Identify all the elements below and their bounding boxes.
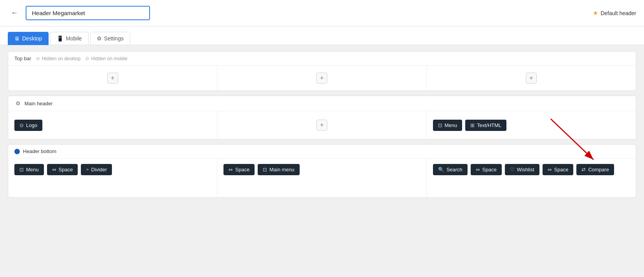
main-header-col-2: + (217, 111, 426, 139)
divider-label: Divider (91, 167, 107, 172)
header-bottom-col-3: 🔍 Search ⇔ Space ♡ Wishlist ⇔ Space ⇄ (427, 159, 636, 197)
compare-button[interactable]: ⇄ Compare (576, 164, 614, 175)
header-bottom-col-1: ⊡ Menu ⇔ Space ÷ Divider (8, 159, 217, 197)
top-bar-add-col2[interactable]: + (316, 73, 327, 84)
space-icon-2: ⇔ (229, 167, 233, 172)
view-tabs-bar: 🖥 Desktop 📱 Mobile ⚙ Settings (0, 26, 644, 45)
space-button-2[interactable]: ⇔ Space (223, 164, 255, 175)
top-bar-label: Top bar (14, 56, 31, 61)
default-header-label: Default header (600, 10, 636, 16)
top-bar-add-col1[interactable]: + (107, 73, 118, 84)
space-label-3: Space (482, 167, 497, 172)
tab-mobile[interactable]: 📱 Mobile (50, 32, 88, 45)
space-label-4: Space (554, 167, 569, 172)
main-menu-button[interactable]: ⊡ Main menu (258, 164, 299, 175)
top-bar-col-3: + (427, 66, 636, 91)
header-bottom-section: Header bottom ⊡ Menu ⇔ Space ÷ Divider (8, 144, 636, 198)
desktop-icon: 🖥 (14, 35, 20, 42)
hidden-desktop-icon: ⊘ (36, 56, 40, 61)
top-bar-col-2: + (217, 66, 426, 91)
header-bottom-dot (14, 149, 20, 154)
space-icon-4: ⇔ (548, 167, 552, 172)
logo-button[interactable]: ⊙ Logo (14, 120, 42, 131)
space-label-2: Space (235, 167, 250, 172)
main-header-col-3: ⊡ Menu ⊞ Text/HTML (427, 111, 636, 139)
search-button[interactable]: 🔍 Search (433, 164, 468, 175)
main-content: Top bar ⊘ Hidden on desktop ⊘ Hidden on … (0, 45, 644, 204)
menu-button-main[interactable]: ⊡ Menu (433, 120, 462, 131)
space-button-3[interactable]: ⇔ Space (471, 164, 502, 175)
compare-label: Compare (588, 167, 609, 172)
default-header-button[interactable]: ★ Default header (593, 9, 636, 17)
main-header-add-col2[interactable]: + (316, 120, 327, 131)
space-icon-3: ⇔ (476, 167, 480, 172)
text-html-icon: ⊞ (470, 122, 475, 128)
top-bar-add-col3[interactable]: + (526, 73, 537, 84)
menu-label-bottom: Menu (26, 167, 39, 172)
search-label: Search (447, 167, 462, 172)
hidden-desktop-tag: ⊘ Hidden on desktop (36, 56, 80, 61)
hidden-mobile-tag: ⊘ Hidden on mobile (85, 56, 127, 61)
top-bar-columns: + + + (8, 66, 636, 91)
menu-icon-main: ⊡ (438, 122, 442, 128)
hidden-mobile-icon: ⊘ (85, 56, 89, 61)
search-icon: 🔍 (438, 167, 444, 172)
wishlist-button[interactable]: ♡ Wishlist (505, 164, 539, 175)
compare-icon: ⇄ (581, 167, 586, 172)
header-bottom-header: Header bottom (8, 145, 636, 159)
mobile-icon: 📱 (57, 35, 63, 42)
main-header-header: ⚙ Main header (8, 96, 636, 111)
tab-desktop-label: Desktop (22, 35, 42, 42)
menu-icon-bottom: ⊡ (19, 167, 24, 172)
main-header-col-1: ⊙ Logo (8, 111, 217, 139)
top-bar-header: Top bar ⊘ Hidden on desktop ⊘ Hidden on … (8, 52, 636, 66)
header-bottom-col-2: ⇔ Space ⊡ Main menu (217, 159, 426, 197)
main-menu-icon: ⊡ (263, 167, 267, 172)
settings-icon: ⚙ (97, 35, 102, 42)
star-icon: ★ (593, 9, 598, 17)
text-html-button[interactable]: ⊞ Text/HTML (465, 120, 506, 131)
wishlist-label: Wishlist (517, 167, 534, 172)
tab-mobile-label: Mobile (66, 35, 82, 42)
top-navigation: ← ★ Default header (0, 0, 644, 26)
logo-icon: ⊙ (19, 122, 24, 128)
logo-label: Logo (26, 122, 37, 128)
header-bottom-columns: ⊡ Menu ⇔ Space ÷ Divider ⇔ Space (8, 159, 636, 197)
main-header-gear-icon: ⚙ (14, 100, 21, 107)
main-header-columns: ⊙ Logo + ⊡ Menu ⊞ Text/HTML (8, 111, 636, 139)
tab-settings-label: Settings (104, 35, 124, 42)
tab-settings[interactable]: ⚙ Settings (90, 32, 131, 45)
main-menu-label: Main menu (269, 167, 294, 172)
space-label-1: Space (59, 167, 73, 172)
main-header-label-text: Main header (24, 101, 52, 106)
space-button-1[interactable]: ⇔ Space (47, 164, 78, 175)
menu-label-main: Menu (445, 122, 457, 128)
menu-button-bottom[interactable]: ⊡ Menu (14, 164, 44, 175)
wishlist-icon: ♡ (510, 167, 515, 172)
space-button-4[interactable]: ⇔ Space (543, 164, 574, 175)
main-header-section: ⚙ Main header ⊙ Logo + ⊡ Menu ⊞ Text (8, 96, 636, 139)
tab-desktop[interactable]: 🖥 Desktop (8, 32, 49, 45)
top-bar-col-1: + (8, 66, 217, 91)
divider-button[interactable]: ÷ Divider (81, 164, 112, 175)
space-icon-1: ⇔ (52, 167, 56, 172)
hidden-desktop-text: Hidden on desktop (42, 56, 80, 61)
header-bottom-label-text: Header bottom (23, 148, 56, 154)
hidden-mobile-text: Hidden on mobile (91, 56, 127, 61)
top-bar-section: Top bar ⊘ Hidden on desktop ⊘ Hidden on … (8, 51, 636, 91)
divider-icon: ÷ (86, 167, 89, 172)
page-title-input[interactable] (26, 6, 150, 20)
text-html-label: Text/HTML (477, 122, 501, 128)
back-button[interactable]: ← (8, 7, 21, 19)
